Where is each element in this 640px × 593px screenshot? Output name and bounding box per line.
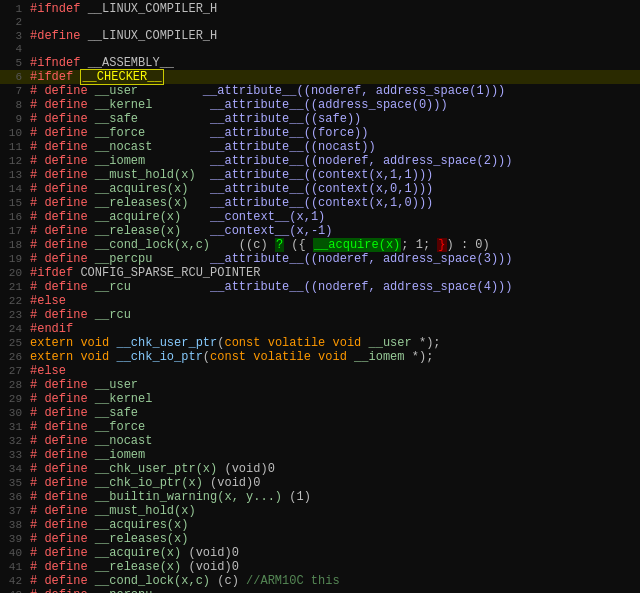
line-41: 41 # define __release(x) (void)0	[0, 560, 640, 574]
line-17: 17 # define __release(x) __context__(x,-…	[0, 224, 640, 238]
line-30: 30 # define __safe	[0, 406, 640, 420]
line-37: 37 # define __must_hold(x)	[0, 504, 640, 518]
line-27: 27 #else	[0, 364, 640, 378]
line-7: 7 # define __user __attribute__((noderef…	[0, 84, 640, 98]
line-25: 25 extern void __chk_user_ptr(const vola…	[0, 336, 640, 350]
line-24: 24 #endif	[0, 322, 640, 336]
line-2: 2	[0, 16, 640, 29]
line-12: 12 # define __iomem __attribute__((noder…	[0, 154, 640, 168]
line-5: 5 #ifndef __ASSEMBLY__	[0, 56, 640, 70]
line-18: 18 # define __cond_lock(x,c) ((c) ? ({ _…	[0, 238, 640, 252]
line-20: 20 #ifdef CONFIG_SPARSE_RCU_POINTER	[0, 266, 640, 280]
line-31: 31 # define __force	[0, 420, 640, 434]
line-39: 39 # define __releases(x)	[0, 532, 640, 546]
line-34: 34 # define __chk_user_ptr(x) (void)0	[0, 462, 640, 476]
line-13: 13 # define __must_hold(x) __attribute__…	[0, 168, 640, 182]
line-42: 42 # define __cond_lock(x,c) (c) //ARM10…	[0, 574, 640, 588]
line-23: 23 # define __rcu	[0, 308, 640, 322]
line-16: 16 # define __acquire(x) __context__(x,1…	[0, 210, 640, 224]
line-40: 40 # define __acquire(x) (void)0	[0, 546, 640, 560]
line-26: 26 extern void __chk_io_ptr(const volati…	[0, 350, 640, 364]
line-29: 29 # define __kernel	[0, 392, 640, 406]
line-28: 28 # define __user	[0, 378, 640, 392]
line-4: 4	[0, 43, 640, 56]
line-8: 8 # define __kernel __attribute__((addre…	[0, 98, 640, 112]
line-14: 14 # define __acquires(x) __attribute__(…	[0, 182, 640, 196]
line-35: 35 # define __chk_io_ptr(x) (void)0	[0, 476, 640, 490]
line-22: 22 #else	[0, 294, 640, 308]
line-33: 33 # define __iomem	[0, 448, 640, 462]
line-32: 32 # define __nocast	[0, 434, 640, 448]
line-43: 43 # define __percpu	[0, 588, 640, 593]
line-11: 11 # define __nocast __attribute__((noca…	[0, 140, 640, 154]
line-3: 3 #define __LINUX_COMPILER_H	[0, 29, 640, 43]
line-15: 15 # define __releases(x) __attribute__(…	[0, 196, 640, 210]
code-editor: 1 #ifndef __LINUX_COMPILER_H 2 3 #define…	[0, 0, 640, 593]
line-21: 21 # define __rcu __attribute__((noderef…	[0, 280, 640, 294]
line-6: 6 #ifdef __CHECKER__	[0, 70, 640, 84]
line-38: 38 # define __acquires(x)	[0, 518, 640, 532]
line-1: 1 #ifndef __LINUX_COMPILER_H	[0, 2, 640, 16]
line-19: 19 # define __percpu __attribute__((node…	[0, 252, 640, 266]
line-9: 9 # define __safe __attribute__((safe))	[0, 112, 640, 126]
line-36: 36 # define __builtin_warning(x, y...) (…	[0, 490, 640, 504]
line-10: 10 # define __force __attribute__((force…	[0, 126, 640, 140]
